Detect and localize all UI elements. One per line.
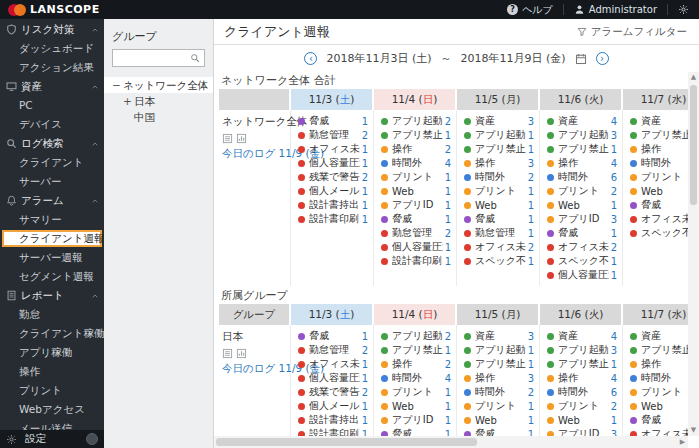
vertical-scroll-thumb[interactable] — [690, 85, 697, 205]
sidebar-item[interactable]: ダッシュボード — [0, 39, 104, 58]
alarm-count[interactable]: 1 — [445, 186, 451, 197]
alarm-count[interactable]: 1 — [611, 256, 617, 267]
alarm-count[interactable]: 1 — [528, 359, 534, 370]
alarm-count[interactable]: 2 — [445, 331, 451, 342]
tree-expander[interactable]: + — [123, 93, 134, 109]
sidebar-item[interactable]: クライアント — [0, 153, 104, 172]
alarm-count[interactable]: 1 — [445, 200, 451, 211]
alarm-count[interactable]: 1 — [362, 359, 368, 370]
alarm-count[interactable]: 1 — [611, 270, 617, 281]
alarm-count[interactable]: 6 — [611, 387, 617, 398]
today-log-link[interactable]: 今日のログ 11/9 (金) — [222, 362, 287, 376]
alarm-count[interactable]: 1 — [362, 429, 368, 437]
tree-expander[interactable]: − — [112, 77, 123, 93]
sidebar-item[interactable]: セグメント週報 — [0, 267, 104, 286]
alarm-count[interactable]: 1 — [528, 200, 534, 211]
sidebar-item[interactable]: アプリ稼働 — [0, 343, 104, 362]
alarm-count[interactable]: 2 — [528, 242, 534, 253]
alarm-count[interactable]: 4 — [611, 158, 617, 169]
alarm-count[interactable]: 1 — [445, 242, 451, 253]
group-search-input[interactable] — [117, 52, 190, 65]
sidebar-section-3[interactable]: アラーム — [0, 191, 104, 210]
today-log-link[interactable]: 今日のログ 11/9 (金) — [222, 147, 287, 161]
alarm-count[interactable]: 1 — [611, 415, 617, 426]
alarm-count[interactable]: 1 — [445, 401, 451, 412]
alarm-count[interactable]: 1 — [362, 116, 368, 127]
alarm-count[interactable]: 1 — [362, 373, 368, 384]
alarm-count[interactable]: 3 — [611, 214, 617, 225]
chart-icon[interactable] — [236, 348, 247, 359]
alarm-count[interactable]: 2 — [445, 144, 451, 155]
scroll-right-button[interactable]: ▶ — [677, 438, 688, 446]
help-button[interactable]: ? ヘルプ — [497, 0, 563, 19]
alarm-count[interactable]: 4 — [445, 158, 451, 169]
horizontal-scroll-thumb[interactable] — [216, 438, 477, 446]
alarm-count[interactable]: 2 — [362, 172, 368, 183]
alarm-count[interactable]: 2 — [611, 242, 617, 253]
sidebar-item[interactable]: デバイス — [0, 115, 104, 134]
alarm-count[interactable]: 1 — [362, 186, 368, 197]
sidebar-item[interactable]: メール送信 — [0, 419, 104, 430]
alarm-count[interactable]: 4 — [445, 373, 451, 384]
sidebar-item[interactable]: プリント — [0, 381, 104, 400]
sidebar-section-2[interactable]: ログ検索 — [0, 134, 104, 153]
quick-settings-button[interactable] — [668, 0, 699, 19]
alarm-count[interactable]: 3 — [528, 373, 534, 384]
alarm-count[interactable]: 1 — [362, 401, 368, 412]
alarm-count[interactable]: 1 — [528, 186, 534, 197]
tree-node[interactable]: 中国 — [112, 109, 205, 125]
alarm-count[interactable]: 1 — [362, 144, 368, 155]
calendar-button[interactable] — [575, 53, 587, 65]
vertical-scrollbar[interactable]: ▲ ▼ — [688, 72, 699, 436]
alarm-count[interactable]: 1 — [445, 429, 451, 437]
sidebar-item[interactable]: 操作 — [0, 362, 104, 381]
alarm-count[interactable]: 1 — [362, 200, 368, 211]
alarm-count[interactable]: 3 — [528, 158, 534, 169]
scroll-down-button[interactable]: ▼ — [691, 425, 696, 436]
alarm-count[interactable]: 1 — [528, 256, 534, 267]
alarm-count[interactable]: 1 — [611, 359, 617, 370]
alarm-count[interactable]: 3 — [528, 331, 534, 342]
user-menu-button[interactable]: Administrator — [564, 0, 667, 19]
sidebar-item[interactable]: サーバー週報 — [0, 248, 104, 267]
alarm-count[interactable]: 1 — [528, 345, 534, 356]
settings-button[interactable]: 設定 — [0, 430, 104, 448]
sidebar-item[interactable]: アクション結果 — [0, 58, 104, 77]
prev-week-button[interactable]: ‹ — [304, 52, 317, 65]
alarm-count[interactable]: 1 — [611, 200, 617, 211]
sidebar-section-1[interactable]: 資産 — [0, 77, 104, 96]
sidebar-item[interactable]: 勤怠 — [0, 305, 104, 324]
chart-icon[interactable] — [236, 133, 247, 144]
alarm-count[interactable]: 1 — [528, 130, 534, 141]
tree-expander[interactable] — [123, 109, 134, 125]
alarm-count[interactable]: 1 — [528, 401, 534, 412]
alarm-count[interactable]: 2 — [528, 172, 534, 183]
sidebar-item[interactable]: クライアント週報 — [2, 230, 102, 247]
scroll-up-button[interactable]: ▲ — [691, 72, 696, 83]
alarm-count[interactable]: 1 — [445, 214, 451, 225]
sidebar-item[interactable]: サマリー — [0, 210, 104, 229]
alarm-count[interactable]: 1 — [445, 415, 451, 426]
alarm-count[interactable]: 2 — [362, 345, 368, 356]
tree-node[interactable]: −ネットワーク全体 — [104, 77, 213, 93]
alarm-count[interactable]: 2 — [611, 186, 617, 197]
sidebar-section-0[interactable]: リスク対策 — [0, 20, 104, 39]
alarm-count[interactable]: 6 — [611, 172, 617, 183]
alarm-count[interactable]: 1 — [528, 214, 534, 225]
alarm-count[interactable]: 1 — [362, 158, 368, 169]
sidebar-item[interactable]: Webアクセス — [0, 400, 104, 419]
alarm-count[interactable]: 2 — [445, 359, 451, 370]
alarm-count[interactable]: 4 — [611, 373, 617, 384]
log-list-icon[interactable] — [222, 133, 233, 144]
alarm-count[interactable]: 1 — [362, 331, 368, 342]
sidebar-item[interactable]: サーバー — [0, 172, 104, 191]
alarm-count[interactable]: 1 — [445, 130, 451, 141]
alarm-count[interactable]: 1 — [611, 228, 617, 239]
alarm-count[interactable]: 4 — [611, 116, 617, 127]
alarm-count[interactable]: 1 — [445, 345, 451, 356]
alarm-count[interactable]: 1 — [611, 144, 617, 155]
alarm-count[interactable]: 1 — [445, 387, 451, 398]
alarm-count[interactable]: 2 — [445, 228, 451, 239]
alarm-count[interactable]: 1 — [445, 256, 451, 267]
alarm-count[interactable]: 1 — [362, 214, 368, 225]
